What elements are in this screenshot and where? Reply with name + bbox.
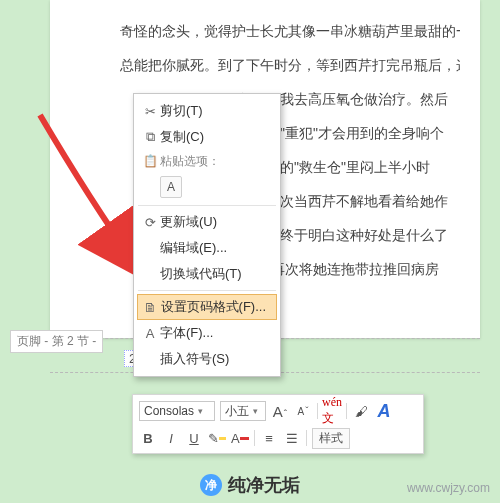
highlight-swatch (219, 437, 226, 440)
menu-label: 剪切(T) (160, 102, 270, 120)
bullets-button[interactable]: ≡ (260, 429, 278, 447)
menu-toggle-field-codes[interactable]: 切换域代码(T) (134, 261, 280, 287)
highlight-icon: ✎ (208, 431, 219, 446)
watermark-logo-icon: 净 (200, 474, 222, 496)
body-line: 奇怪的念头，觉得护士长尤其像一串冰糖葫芦里最甜的一颗 (120, 14, 460, 48)
menu-cut[interactable]: ✂剪切(T) (134, 98, 280, 124)
separator (317, 403, 318, 419)
menu-label: 字体(F)... (160, 324, 270, 342)
menu-label: 复制(C) (160, 128, 270, 146)
shrink-font-button[interactable]: Aˇ (294, 402, 312, 420)
color-swatch (240, 437, 249, 440)
menu-separator (138, 205, 276, 206)
scissors-icon: ✂ (140, 104, 160, 119)
separator (306, 430, 307, 446)
italic-button[interactable]: I (162, 429, 180, 447)
menu-font[interactable]: A字体(F)... (134, 320, 280, 346)
chevron-down-icon: ▾ (253, 406, 258, 416)
paste-glyph: A (167, 180, 175, 194)
menu-copy[interactable]: ⧉复制(C) (134, 124, 280, 150)
font-color-button[interactable]: A (231, 429, 249, 447)
menu-insert-symbol[interactable]: 插入符号(S) (134, 346, 280, 372)
phonetic-icon: wén文 (322, 395, 342, 427)
paste-icon: 📋 (140, 154, 160, 168)
underline-icon: U (189, 431, 198, 446)
app-stage: { "document": { "lines": [ "奇怪的念头，觉得护士长尤… (0, 0, 500, 503)
paste-keep-text-button[interactable]: A (160, 176, 182, 198)
menu-label: 编辑域(E)... (160, 239, 270, 257)
separator (346, 403, 347, 419)
combo-value: 小五 (225, 403, 249, 420)
font-name-combo[interactable]: Consolas▾ (139, 401, 215, 421)
highlight-button[interactable]: ✎ (208, 429, 226, 447)
refresh-icon: ⟳ (140, 215, 160, 230)
bold-icon: B (143, 431, 152, 446)
paste-options: A (134, 172, 280, 202)
menu-label: 粘贴选项： (160, 153, 220, 170)
bullets-icon: ≡ (265, 431, 273, 446)
grow-font-icon: Aˆ (273, 403, 287, 420)
format-painter-button[interactable]: 🖌 (352, 402, 370, 420)
styles-label: 样式 (319, 431, 343, 445)
italic-icon: I (169, 431, 173, 446)
mini-toolbar: Consolas▾ 小五▾ Aˆ Aˇ wén文 🖌 A B I U ✎ A ≡… (132, 394, 424, 454)
menu-edit-field[interactable]: 编辑域(E)... (134, 235, 280, 261)
font-color-icon: A (231, 431, 240, 446)
grow-font-button[interactable]: Aˆ (271, 402, 289, 420)
styles-button[interactable]: 样式 (312, 428, 350, 449)
page-number-icon: 🗎 (141, 300, 161, 315)
bold-button[interactable]: B (139, 429, 157, 447)
menu-label: 设置页码格式(F)... (161, 298, 266, 316)
mini-toolbar-row2: B I U ✎ A ≡ ☰ 样式 (139, 425, 417, 451)
context-menu: ✂剪切(T) ⧉复制(C) 📋粘贴选项： A ⟳更新域(U) 编辑域(E)...… (133, 93, 281, 377)
numbering-icon: ☰ (286, 431, 298, 446)
mini-toolbar-row1: Consolas▾ 小五▾ Aˆ Aˇ wén文 🖌 A (139, 399, 417, 423)
font-icon: A (140, 326, 160, 341)
paste-options-header: 📋粘贴选项： (134, 150, 280, 172)
watermark-url: www.cwjzy.com (407, 481, 490, 495)
shrink-font-icon: Aˇ (297, 406, 308, 417)
styles-a-icon: A (378, 401, 391, 422)
underline-button[interactable]: U (185, 429, 203, 447)
menu-label: 切换域代码(T) (160, 265, 270, 283)
numbering-button[interactable]: ☰ (283, 429, 301, 447)
footer-section-label: 页脚 - 第 2 节 - (10, 330, 103, 353)
phonetic-guide-button[interactable]: wén文 (323, 402, 341, 420)
menu-page-number-format[interactable]: 🗎设置页码格式(F)... (137, 294, 277, 320)
menu-update-field[interactable]: ⟳更新域(U) (134, 209, 280, 235)
combo-value: Consolas (144, 404, 194, 418)
styles-quick-button[interactable]: A (375, 402, 393, 420)
body-line: 总能把你腻死。到了下午时分，等到西芹打完吊瓶后，这颗糖 (120, 48, 460, 82)
chevron-down-icon: ▾ (198, 406, 203, 416)
menu-label: 更新域(U) (160, 213, 270, 231)
menu-separator (138, 290, 276, 291)
copy-icon: ⧉ (140, 129, 160, 145)
watermark-text: 纯净无垢 (228, 473, 300, 497)
menu-label: 插入符号(S) (160, 350, 270, 368)
separator (254, 430, 255, 446)
brush-icon: 🖌 (355, 404, 368, 419)
font-size-combo[interactable]: 小五▾ (220, 401, 266, 421)
